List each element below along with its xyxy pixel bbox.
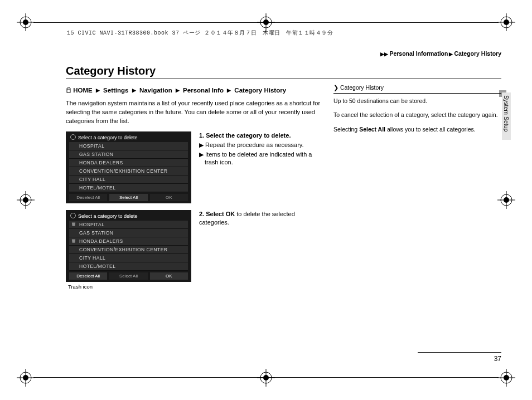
triangle-icon: ▶▶ <box>380 51 388 57</box>
triangle-icon: ▶ <box>449 51 453 57</box>
crop-mark-icon <box>17 13 35 31</box>
page-number: 37 <box>494 355 501 363</box>
aside-heading: Category History <box>340 84 384 91</box>
aside-p1: Up to 50 destinations can be stored. <box>333 97 501 105</box>
ok-button: OK <box>150 272 188 280</box>
crop-mark-icon <box>257 369 275 387</box>
deselect-all-button: Deselect All <box>69 194 107 201</box>
intro-paragraph: The navigation system maintains a list o… <box>66 99 322 126</box>
list-item: CONVENTION/EXHIBITION CENTER <box>69 246 188 254</box>
bc-1: Settings <box>103 87 128 94</box>
screenshot-2: Select a category to delete HOSPITAL GAS… <box>66 210 191 282</box>
list-item: HOTEL/MOTEL <box>69 262 188 271</box>
crumb-b: Category History <box>454 50 501 57</box>
page-title: Category History <box>66 65 501 77</box>
list-item: CITY HALL <box>69 175 188 184</box>
chevron-right-icon: ❯ <box>333 84 338 91</box>
section-side-tab: System Setup <box>502 92 511 140</box>
bc-2: Navigation <box>139 87 172 94</box>
step1-sub1: ▶ Repeat the procedure as necessary. <box>199 141 322 149</box>
crop-mark-icon <box>17 191 35 209</box>
triangle-icon: ▶ <box>176 87 180 93</box>
deselect-all-button: Deselect All <box>69 272 107 280</box>
aside-p2: To cancel the selection of a category, s… <box>333 111 501 119</box>
aside-p3: Selecting Select All allows you to selec… <box>333 125 501 134</box>
crumb-a: Personal Information <box>389 50 448 57</box>
list-item: CONVENTION/EXHIBITION CENTER <box>69 167 188 175</box>
home-icon <box>66 86 71 93</box>
list-item: CITY HALL <box>69 254 188 262</box>
sidebar-notes: ❯ Category History Up to 50 destinations… <box>333 84 501 296</box>
print-meta-header: 15 CIVIC NAVI-31TR38300.book 37 ページ ２０１４… <box>67 29 333 37</box>
page-frame-top <box>33 22 499 23</box>
triangle-icon: ▶ <box>227 87 231 93</box>
list-item: HOSPITAL <box>69 221 188 229</box>
trash-icon-caption: Trash icon <box>68 284 191 290</box>
crop-mark-icon <box>497 369 515 387</box>
select-all-button: Select All <box>109 272 147 280</box>
step2-lead: 2. Select OK to delete the selected cate… <box>199 210 322 227</box>
screenshot-1: Select a category to delete HOSPITAL GAS… <box>66 131 191 203</box>
list-item: HOSPITAL <box>69 142 188 150</box>
list-item: HONDA DEALERS <box>69 159 188 167</box>
title-rule <box>66 79 501 79</box>
gear-icon <box>70 213 76 218</box>
crop-mark-icon <box>17 369 35 387</box>
list-item: GAS STATION <box>69 229 188 237</box>
bc-0: HOME <box>73 87 93 94</box>
page-frame-bottom <box>33 377 499 378</box>
triangle-icon: ▶ <box>96 87 100 93</box>
list-item: HOTEL/MOTEL <box>69 184 188 192</box>
crop-mark-icon <box>497 13 515 31</box>
ok-button: OK <box>150 194 188 201</box>
step1-sub2: ▶ Items to be deleted are indicated with… <box>199 150 322 167</box>
select-all-button: Select All <box>109 194 147 201</box>
bc-4: Category History <box>234 87 286 94</box>
list-item: GAS STATION <box>69 150 188 159</box>
gear-icon <box>70 134 76 140</box>
step1-lead: 1. Select the category to delete. <box>199 131 322 140</box>
nav-path: HOME ▶ Settings ▶ Navigation ▶ Personal … <box>66 86 322 94</box>
shot2-title: Select a category to delete <box>78 213 138 219</box>
list-item: HONDA DEALERS <box>69 237 188 246</box>
shot1-title: Select a category to delete <box>78 135 138 140</box>
svg-rect-32 <box>67 89 70 92</box>
header-breadcrumb: ▶▶Personal Information▶Category History <box>66 50 501 57</box>
page-number-rule <box>418 352 501 353</box>
triangle-icon: ▶ <box>132 87 136 93</box>
bc-3: Personal Info <box>183 87 224 94</box>
